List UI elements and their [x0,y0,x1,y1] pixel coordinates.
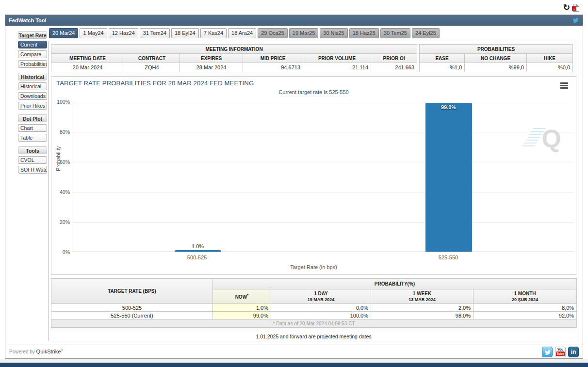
tab-meeting-date-projected[interactable]: 30 Tem25 [380,28,410,38]
now-prob: 99,0% [213,312,271,319]
sidebar-item-sofr-watch[interactable]: SOFR Watch [18,166,47,174]
bar-value-label: 1.0% [192,243,204,249]
tab-meeting-date-projected[interactable]: 24 Eyl25 [412,28,440,38]
day-prob: 0,0% [271,304,371,312]
col-meeting-date: MEETING DATE [51,54,124,63]
probability-history-table: TARGET RATE (BPS) PROBABILITY(%) NOW* 1 … [51,278,577,328]
meeting-date-tabs: 20 Mar24 1 May24 12 Haz24 31 Tem24 18 Ey… [49,28,440,38]
sidebar-header-tools: Tools [18,146,47,154]
meeting-information-table: MEETING INFORMATION MEETING DATE CONTRAC… [51,44,417,72]
footer-bar: Powered by QuikStrike® YouTube in [5,345,583,358]
tab-meeting-date[interactable]: 7 Kas24 [200,28,227,38]
tab-meeting-date[interactable]: 1 May24 [80,28,107,38]
sidebar-item-historical[interactable]: Historical [18,82,47,90]
linkedin-social-icon[interactable]: in [568,347,579,357]
sidebar-item-downloads[interactable]: Downloads [18,92,47,100]
table-row: 525-550 (Current) 99,0% 100,0% 98,0% 92,… [51,312,577,319]
sidebar-header-target-rate: Target Rate [18,31,47,39]
sidebar-item-current[interactable]: Current [18,41,47,48]
probability-bar-chart: TARGET RATE PROBABILITIES FOR 20 MAR 202… [51,76,576,275]
col-contract: CONTRACT [124,54,180,63]
day-prob: 100,0% [271,312,371,319]
bar-500-525[interactable]: 1.0% [175,250,221,252]
browser-utility-icons: ↻ ↓ [563,3,579,12]
no-change-value: %99,0 [465,63,527,72]
sidebar-header-dot-plot: Dot Plot [18,114,47,122]
y-tick: 80% [52,129,70,135]
probabilities-title: PROBABILITIES [420,45,573,54]
tool-title-bar: FedWatch Tool [5,15,583,26]
tab-meeting-date-projected[interactable]: 19 Mar25 [289,28,318,38]
bar-525-550[interactable]: 99.0% [425,103,472,252]
tab-meeting-date[interactable]: 20 Mar24 [49,28,78,38]
quikstrike-link[interactable]: QuikStrike [36,349,61,355]
now-asterisk: * [247,293,248,298]
tab-meeting-date-projected[interactable]: 18 Haz25 [349,28,379,38]
youtube-social-icon[interactable]: YouTube [555,347,566,357]
y-tick: 100% [52,99,70,105]
chart-menu-icon[interactable] [560,82,568,90]
twitter-social-icon[interactable] [542,347,553,357]
powered-by: Powered by QuikStrike® [9,349,64,354]
sidebar-header-historical: Historical [18,73,47,80]
contract-value: ZQH4 [124,63,180,72]
tab-meeting-date[interactable]: 18 Ara24 [228,28,256,38]
prior-volume-value: 21.114 [303,63,371,72]
projected-dates-note: 1.01.2025 and forward are projected meet… [51,332,576,341]
week-prob: 98,0% [371,312,474,319]
meeting-date-value: 20 Mar 2024 [51,63,124,72]
col-group-probability: PROBABILITY(%) [213,279,577,289]
sidebar-item-chart[interactable]: Chart [18,124,47,132]
tool-title: FedWatch Tool [9,17,47,23]
hike-value: %0,0 [527,63,573,72]
fedwatch-page: ↻ ↓ FedWatch Tool 20 Mar24 1 May24 12 Ha… [0,0,588,367]
col-1-week: 1 WEEK13 MAR 2024 [371,289,474,304]
col-1-day: 1 DAY19 MAR 2024 [271,289,371,304]
month-prob: 92,0% [474,312,577,319]
tab-meeting-date-projected[interactable]: 30 Nis25 [320,28,347,38]
pdf-export-icon[interactable]: ↓ [573,4,579,12]
table-row: 500-525 1,0% 0,0% 2,0% 8,0% [51,304,577,312]
y-tick: 40% [52,189,70,195]
x-category-label: 525-550 [419,255,477,260]
col-no-change: NO CHANGE [465,54,527,63]
col-hike: HIKE [527,54,573,63]
probabilities-summary-table: PROBABILITIES EASE NO CHANGE HIKE %1,0 %… [419,44,573,72]
ease-value: %1,0 [420,63,465,72]
col-1-month: 1 MONTH20 ŞUB 2024 [474,289,577,304]
chart-subtitle: Current target rate is 525-550 [51,89,576,95]
prior-oi-value: 241.663 [371,63,417,72]
quikstrike-watermark: Q [527,125,561,155]
col-target-rate-bps: TARGET RATE (BPS) [51,279,213,304]
x-axis-title: Target Rate (in bps) [51,264,576,270]
sidebar-nav: Target Rate Current Compare Probabilitie… [18,31,47,176]
col-ease: EASE [420,54,465,63]
sidebar-item-prior-hikes[interactable]: Prior Hikes [18,102,47,110]
col-expires: EXPIRES [180,54,243,63]
tab-meeting-date[interactable]: 12 Haz24 [109,28,138,38]
twitter-icon[interactable] [572,17,579,23]
sidebar-item-probabilities[interactable]: Probabilities [18,60,47,68]
refresh-icon[interactable]: ↻ [563,3,570,12]
sidebar-item-cvol[interactable]: CVOL [18,156,47,164]
chart-title: TARGET RATE PROBABILITIES FOR 20 MAR 202… [56,80,254,87]
social-icons: YouTube in [542,347,579,357]
bottom-navy-strip [0,363,588,367]
content-panel: MEETING INFORMATION MEETING DATE CONTRAC… [49,41,578,341]
meeting-info-title: MEETING INFORMATION [51,45,417,54]
data-as-of-note: * Data as of 20 Mar 2024 04:09:53 CT [51,319,577,328]
now-prob: 1,0% [213,304,271,312]
sidebar-item-compare[interactable]: Compare [18,50,47,58]
expires-value: 28 Mar 2024 [180,63,243,72]
tab-meeting-date-projected[interactable]: 29 Oca25 [258,28,288,38]
x-category-label: 500-525 [168,255,226,260]
sidebar-item-table[interactable]: Table [18,134,47,142]
y-tick: 20% [52,219,70,225]
rate-range: 500-525 [51,304,213,312]
week-prob: 2,0% [371,304,474,312]
col-mid-price: MID PRICE [243,54,303,63]
tab-meeting-date[interactable]: 18 Eyl24 [171,28,199,38]
rate-range: 525-550 (Current) [51,312,213,319]
bar-value-label: 99.0% [441,104,456,110]
tab-meeting-date[interactable]: 31 Tem24 [140,28,170,38]
